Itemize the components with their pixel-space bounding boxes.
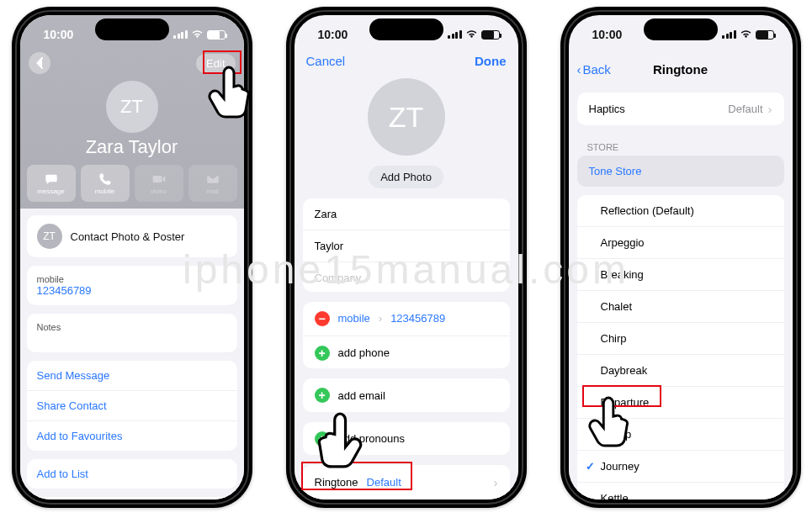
ringtone-row[interactable]: Kettle	[577, 482, 784, 500]
wifi-icon	[191, 29, 204, 40]
add-photo-button[interactable]: Add Photo	[369, 166, 443, 188]
add-phone-row[interactable]: +add phone	[303, 336, 510, 369]
notes-card[interactable]: Notes	[27, 314, 237, 352]
first-name-field[interactable]: Zara	[303, 198, 510, 230]
pronouns-group: +add pronouns	[303, 422, 510, 455]
done-button[interactable]: Done	[475, 54, 507, 68]
mobile-label: mobile	[37, 274, 227, 284]
add-to-list-row[interactable]: Add to List	[27, 459, 237, 489]
battery-icon	[207, 30, 226, 40]
photo-poster-label: Contact Photo & Poster	[71, 230, 185, 243]
action-mail: mail	[188, 165, 237, 202]
callout-ringtone	[301, 462, 412, 490]
mobile-card[interactable]: mobile 123456789	[27, 266, 237, 305]
status-time: 10:00	[318, 28, 348, 41]
ringtone-name: Reflection (Default)	[601, 204, 694, 217]
phone-edit-contact: 10:00 Cancel Done ZT Add Photo Zara	[286, 7, 527, 508]
battery-icon	[481, 30, 500, 40]
add-icon[interactable]: +	[315, 388, 330, 403]
ringtone-name: Daybreak	[601, 364, 648, 377]
remove-icon[interactable]: −	[315, 311, 330, 326]
name-group: Zara Taylor Company	[303, 198, 510, 292]
action-call[interactable]: mobile	[81, 165, 130, 202]
status-time: 10:00	[592, 28, 623, 41]
contact-photo-poster-row[interactable]: ZT Contact Photo & Poster	[27, 215, 237, 257]
mobile-number: 123456789	[37, 284, 227, 297]
dynamic-island	[644, 18, 718, 40]
wifi-icon	[465, 29, 478, 40]
haptics-label: Haptics	[589, 103, 625, 115]
battery-icon	[756, 30, 774, 40]
email-group: +add email	[303, 378, 510, 411]
home-indicator[interactable]	[634, 500, 727, 503]
add-pronouns-row[interactable]: +add pronouns	[303, 422, 510, 455]
tone-store-row[interactable]: Tone Store	[577, 156, 784, 187]
contact-name: Zara Taylor	[20, 136, 244, 158]
ringtone-name: Journey	[601, 460, 640, 473]
ringtone-name: Chalet	[601, 300, 633, 313]
chevron-right-icon: ›	[494, 475, 498, 489]
checkmark-icon: ✓	[586, 460, 601, 473]
ringtone-name: Arpeggio	[601, 236, 645, 249]
back-button[interactable]	[29, 52, 50, 74]
mini-avatar: ZT	[37, 224, 62, 249]
cellular-icon	[173, 30, 188, 39]
chevron-right-icon: ›	[768, 102, 772, 116]
haptics-row[interactable]: Haptics Default ›	[577, 92, 784, 125]
haptics-value: Default	[728, 103, 762, 115]
ringtone-row[interactable]: Dollop	[577, 418, 784, 450]
notes-label: Notes	[37, 322, 227, 332]
ringtone-row[interactable]: Reflection (Default)	[577, 195, 784, 226]
mobile-row[interactable]: −mobile›123456789	[303, 302, 510, 336]
phone-group: −mobile›123456789 +add phone	[303, 302, 510, 369]
dynamic-island	[95, 18, 169, 40]
nav-title: Ringtone	[569, 62, 793, 77]
ringtone-name: Kettle	[601, 492, 629, 500]
cellular-icon	[722, 30, 736, 39]
actions-group-1: Send Message Share Contact Add to Favour…	[27, 361, 237, 451]
ringtone-row[interactable]: Chalet	[577, 290, 784, 322]
company-field[interactable]: Company	[303, 262, 510, 292]
add-icon[interactable]: +	[315, 346, 330, 361]
dynamic-island	[369, 18, 443, 40]
ringtone-row[interactable]: Arpeggio	[577, 226, 784, 258]
add-icon[interactable]: +	[315, 431, 330, 447]
cancel-button[interactable]: Cancel	[306, 54, 346, 68]
ringtone-row[interactable]: Daybreak	[577, 354, 784, 386]
send-message-row[interactable]: Send Message	[27, 361, 237, 390]
last-name-field[interactable]: Taylor	[303, 230, 510, 262]
cellular-icon	[448, 30, 462, 39]
ringtone-row[interactable]: Breaking	[577, 258, 784, 290]
action-video: video	[135, 165, 183, 202]
ringtone-name: Dollop	[601, 428, 632, 441]
phone-ringtone-picker: 10:00 ‹Back Ringtone Haptics Default ›	[560, 7, 801, 508]
contact-avatar: ZT	[106, 81, 158, 133]
callout-edit	[203, 50, 241, 74]
ringtone-name: Chirp	[601, 332, 627, 345]
ringtones-list: Reflection (Default)ArpeggioBreakingChal…	[577, 195, 784, 500]
home-indicator[interactable]	[360, 500, 453, 503]
callout-journey	[582, 385, 661, 407]
favourites-row[interactable]: Add to Favourites	[27, 420, 237, 451]
action-message[interactable]: message	[27, 165, 76, 202]
contact-avatar[interactable]: ZT	[368, 78, 445, 156]
wifi-icon	[740, 29, 752, 40]
add-email-row[interactable]: +add email	[303, 378, 510, 411]
phone-contact-view: 10:00 Edit ZT Zara Tayl	[12, 7, 252, 508]
home-indicator[interactable]	[86, 500, 178, 503]
status-time: 10:00	[44, 28, 74, 41]
share-contact-row[interactable]: Share Contact	[27, 390, 237, 420]
ringtone-name: Breaking	[601, 268, 644, 281]
ringtone-row[interactable]: Chirp	[577, 322, 784, 354]
ringtone-row[interactable]: ✓Journey	[577, 450, 784, 482]
store-header: STORE	[569, 134, 793, 156]
